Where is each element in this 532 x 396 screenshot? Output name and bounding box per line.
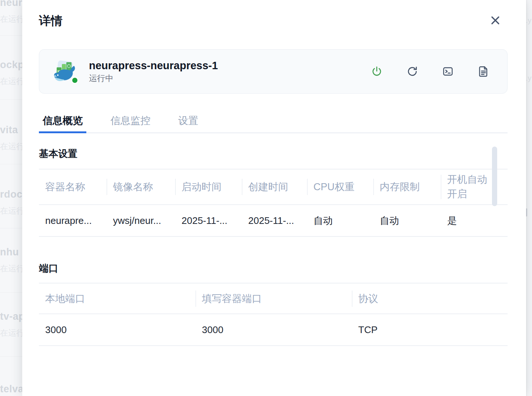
background-container-status: 在运行 [0, 76, 23, 87]
basic-settings-heading: 基本设置 [39, 147, 508, 160]
background-divider [0, 356, 22, 357]
modal-header: 详情 [39, 13, 508, 28]
container-logo: XII [53, 60, 76, 83]
column-header: 容器名称 [39, 170, 107, 204]
basic-table-header: 容器名称 镜像名称 启动时间 创建时间 CPU权重 内存限制 开机自动开启 [39, 169, 508, 205]
container-actions [371, 66, 489, 77]
cell-memory-limit: 自动 [373, 205, 441, 236]
close-button[interactable] [490, 14, 502, 27]
column-header: 创建时间 [242, 170, 307, 204]
background-container-name: telva [0, 383, 23, 395]
refresh-icon [406, 66, 418, 77]
ports-table: 本地端口 填写容器端口 协议 3000 3000 TCP [39, 283, 508, 346]
restart-button[interactable] [406, 66, 418, 77]
cell-start-time: 2025-11-... [175, 205, 242, 236]
background-container-name: rdoc [0, 189, 23, 200]
cell-container-port: 3000 [196, 314, 352, 345]
document-icon [478, 66, 489, 77]
power-icon [371, 66, 383, 77]
basic-settings-table: 容器名称 镜像名称 启动时间 创建时间 CPU权重 内存限制 开机自动开启 ne… [39, 169, 508, 237]
cell-cpu-weight: 自动 [307, 205, 373, 236]
background-container-item: vita 在运行 [0, 124, 23, 152]
cell-container-name: neurapre... [39, 205, 107, 236]
logs-button[interactable] [478, 66, 489, 77]
container-summary-card: XII neurapress-neurapress-1 运行中 [39, 49, 508, 94]
column-header: 填写容器端口 [196, 283, 352, 313]
container-name: neurapress-neurapress-1 [89, 59, 218, 72]
cell-image-name: ywsj/neur... [107, 205, 175, 236]
overview-scroll-area: 基本设置 容器名称 镜像名称 启动时间 创建时间 CPU权重 内存限制 开机自动… [39, 133, 508, 370]
ports-table-header: 本地端口 填写容器端口 协议 [39, 283, 508, 314]
table-row: neurapre... ywsj/neur... 2025-11-... 202… [39, 205, 508, 237]
background-container-status: 在运行 [0, 141, 23, 152]
column-header: 开机自动开启 [441, 170, 508, 204]
background-divider [0, 99, 22, 100]
tab-bar: 信息概览 信息监控 设置 [39, 94, 508, 133]
column-header: 镜像名称 [107, 170, 175, 204]
cell-local-port: 3000 [39, 314, 196, 345]
background-text-fragment: .y [526, 74, 532, 83]
modal-scrollbar-thumb[interactable] [492, 147, 497, 206]
container-identity: neurapress-neurapress-1 运行中 [89, 59, 218, 84]
close-icon [490, 15, 501, 26]
page-title: 详情 [39, 13, 508, 28]
background-container-status: 在运行 [0, 263, 23, 274]
terminal-button[interactable] [442, 66, 454, 77]
column-header: 本地端口 [39, 283, 196, 313]
background-container-item: ockp 在运行 [0, 59, 23, 87]
background-container-status: 在运行 [0, 14, 23, 25]
cell-protocol: TCP [352, 314, 508, 345]
cell-create-time: 2025-11-... [242, 205, 307, 236]
tab-info-overview[interactable]: 信息概览 [39, 114, 86, 132]
column-header: 启动时间 [175, 170, 242, 204]
background-container-name: neurap [0, 0, 23, 9]
cell-autostart: 是 [441, 205, 508, 236]
background-text-fragment: .y [526, 16, 532, 25]
background-container-item: rdoc 在运行 [0, 189, 23, 217]
table-row: 3000 3000 TCP [39, 314, 508, 346]
column-header: 内存限制 [373, 170, 441, 204]
container-details-modal: 详情 XII [22, 0, 526, 396]
column-header: 协议 [352, 283, 508, 313]
background-divider [0, 228, 22, 228]
background-container-item: nhu 在运行 [0, 246, 23, 274]
tab-info-monitor[interactable]: 信息监控 [107, 114, 154, 132]
terminal-icon [442, 66, 454, 77]
background-divider [0, 35, 22, 36]
background-divider [0, 164, 22, 164]
background-divider [0, 292, 22, 293]
background-container-item: neurap 在运行 [0, 0, 23, 25]
background-container-name: nhu [0, 246, 23, 258]
container-status-text: 运行中 [89, 73, 218, 84]
background-container-status: 在运行 [0, 205, 23, 217]
column-header: CPU权重 [307, 170, 373, 204]
background-container-item: telva [0, 383, 23, 395]
tab-settings[interactable]: 设置 [174, 114, 202, 132]
running-status-dot [71, 77, 79, 84]
background-container-status: 在运行 [0, 328, 23, 339]
background-container-name: ockp [0, 59, 23, 71]
ports-heading: 端口 [39, 262, 508, 275]
background-container-item: tv-ap 在运行 [0, 311, 23, 339]
background-container-name: tv-ap [0, 311, 23, 322]
background-container-name: vita [0, 124, 23, 136]
power-button[interactable] [371, 66, 383, 77]
